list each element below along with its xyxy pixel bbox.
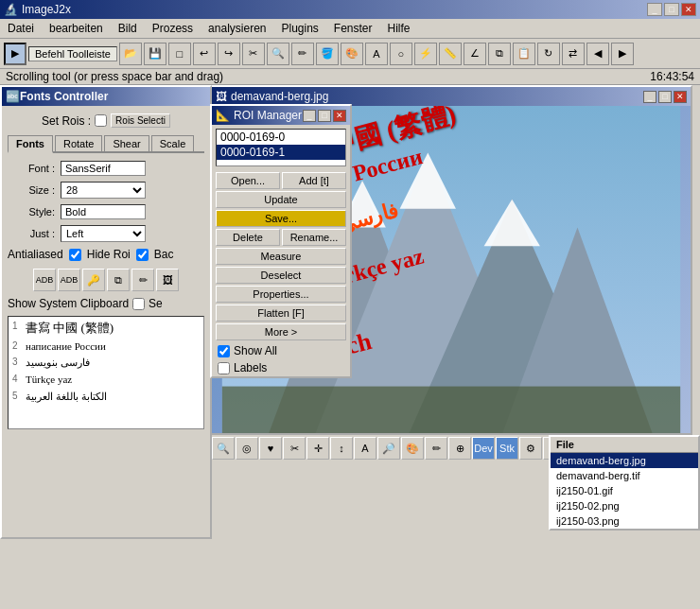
roi-update-button[interactable]: Update [216,191,346,208]
svg-rect-8 [222,387,680,433]
roi-delete-button[interactable]: Delete [216,229,280,246]
img-tool-1[interactable]: 🔍 [212,437,235,460]
roi-deselect-button[interactable]: Deselect [216,267,346,284]
tool-angle[interactable]: ∠ [464,43,486,65]
img-tool-8[interactable]: 🔎 [377,437,400,460]
minimize-button[interactable]: _ [647,3,662,16]
tool-pencil[interactable]: ✏ [291,43,314,65]
tab-rotate[interactable]: Rotate [55,135,102,151]
img-tool-3[interactable]: ♥ [259,437,282,460]
tool-paste[interactable]: 📋 [513,43,535,65]
img-tool-12[interactable]: ⚙ [519,437,542,460]
menu-prozess[interactable]: Prozess [149,21,197,36]
rois-selecti-button[interactable]: Rois Selecti [111,113,170,128]
icon-image[interactable]: 🖼 [156,269,179,291]
roi-open-button[interactable]: Open... [216,172,280,189]
just-row: Just : Left Center Right [8,225,204,242]
roi-list[interactable]: 0000-0169-0 0000-0169-1 [216,129,346,166]
tool-lasso[interactable]: ○ [390,43,412,65]
just-select[interactable]: Left Center Right [61,225,146,242]
tab-fonts[interactable]: Fonts [8,135,53,153]
tab-shear[interactable]: Shear [104,135,149,151]
icon-add-db1[interactable]: ADB [33,269,56,291]
roi-properties-button[interactable]: Properties... [216,286,346,303]
tool-color[interactable]: 🎨 [341,43,363,65]
tool-fill[interactable]: 🪣 [316,43,339,65]
hide-roi-checkbox[interactable] [136,249,149,261]
tool-rect[interactable]: □ [168,43,191,65]
tool-undo[interactable]: ↩ [193,43,216,65]
icon-key[interactable]: 🔑 [82,269,105,291]
menu-datei[interactable]: Datei [4,21,38,36]
tool-measure[interactable]: 📏 [439,43,462,65]
menu-plugins[interactable]: Plugins [277,21,322,36]
tool-redo[interactable]: ↪ [218,43,240,65]
roi-item-0[interactable]: 0000-0169-0 [217,130,345,145]
roi-measure-button[interactable]: Measure [216,248,346,265]
menu-hilfe[interactable]: Hilfe [384,21,414,36]
show-all-checkbox[interactable] [218,345,230,357]
icon-pencil[interactable]: ✏ [131,269,154,291]
maximize-button[interactable]: □ [664,3,679,16]
roi-controls[interactable]: _ □ ✕ [303,110,346,122]
tool-prev[interactable]: ◀ [586,43,609,65]
menu-fenster[interactable]: Fenster [330,21,376,36]
tool-open[interactable]: 📂 [119,43,142,65]
image-close[interactable]: ✕ [674,91,687,103]
roi-flatten-button[interactable]: Flatten [F] [216,304,346,322]
roi-save-button[interactable]: Save... [216,210,346,227]
icon-copy[interactable]: ⧉ [107,269,130,291]
icon-add-db2[interactable]: ADB [58,269,80,291]
image-minimize[interactable]: _ [643,91,656,103]
img-tool-11[interactable]: ⊕ [448,437,471,460]
tool-flip[interactable]: ⇄ [562,43,585,65]
play-button[interactable]: ▶ [4,43,26,65]
tool-magic[interactable]: ⚡ [414,43,437,65]
menu-bild[interactable]: Bild [114,21,141,36]
img-tool-2[interactable]: ◎ [236,437,258,460]
file-item-0[interactable]: demavand-berg.jpg [551,453,698,468]
menu-bearbeiten[interactable]: bearbeiten [45,21,107,36]
image-controls[interactable]: _ □ ✕ [643,91,687,103]
img-tool-6[interactable]: ↕ [330,437,353,460]
tool-copy[interactable]: ⧉ [488,43,511,65]
img-tool-4[interactable]: ✂ [283,437,306,460]
tab-scale[interactable]: Scale [151,135,195,151]
roi-close[interactable]: ✕ [333,110,346,122]
img-tool-10[interactable]: ✏ [425,437,447,460]
tool-rotate[interactable]: ↻ [537,43,560,65]
menu-bar: Datei bearbeiten Bild Prozess analysiere… [0,19,700,39]
file-item-2[interactable]: ij2150-01.gif [551,483,698,498]
window-controls[interactable]: _ □ ✕ [647,3,696,16]
roi-item-1[interactable]: 0000-0169-1 [217,145,345,160]
hide-roi-label: Hide Roi [87,248,131,261]
labels-checkbox[interactable] [218,362,230,374]
img-tool-dev[interactable]: Dev [472,437,495,460]
tool-zoom[interactable]: 🔍 [267,43,289,65]
file-item-4[interactable]: ij2150-03.png [551,513,698,529]
font-input[interactable] [61,161,146,176]
roi-minimize[interactable]: _ [303,110,316,122]
antialiased-checkbox[interactable] [69,249,81,261]
tool-next[interactable]: ▶ [611,43,634,65]
img-tool-5[interactable]: ✛ [306,437,329,460]
menu-analysieren[interactable]: analysieren [204,21,270,36]
size-select[interactable]: 28 12 14 16 18 24 36 48 [61,182,146,199]
roi-more-button[interactable]: More > [216,323,346,340]
file-item-1[interactable]: demavand-berg.tif [551,468,698,483]
img-tool-7[interactable]: A [354,437,376,460]
img-tool-stk[interactable]: Stk [496,437,518,460]
roi-restore[interactable]: □ [318,110,331,122]
file-item-3[interactable]: ij2150-02.png [551,498,698,513]
image-maximize[interactable]: □ [658,91,672,103]
tool-text[interactable]: A [365,43,388,65]
tool-save[interactable]: 💾 [144,43,166,65]
roi-add-button[interactable]: Add [t] [282,172,346,189]
show-clipboard-checkbox[interactable] [132,298,145,310]
set-rois-checkbox[interactable] [95,114,107,127]
tool-crop[interactable]: ✂ [242,43,265,65]
img-tool-9[interactable]: 🎨 [401,437,424,460]
style-input[interactable] [61,204,146,219]
roi-rename-button[interactable]: Rename... [282,229,346,246]
close-button[interactable]: ✕ [681,3,696,16]
